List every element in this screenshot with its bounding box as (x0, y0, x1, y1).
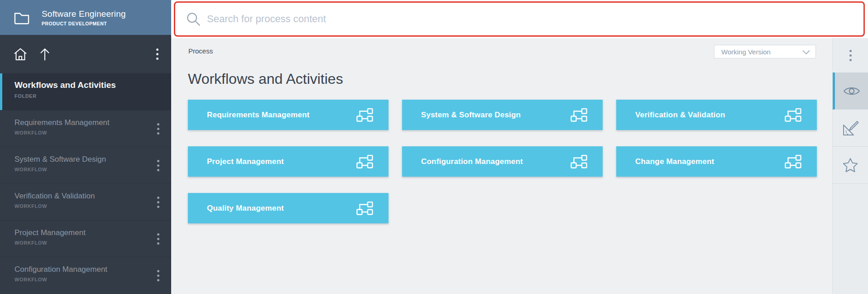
sidebar: Software Engineering PRODUCT DEVELOPMENT (0, 0, 171, 294)
sidebar-item-title: System & Software Design (14, 155, 171, 164)
tiles-grid: Requirements Management System & Softwar… (188, 100, 817, 223)
sidebar-item-configuration-management[interactable]: Configuration Management WORKFLOW (0, 257, 171, 294)
workflow-icon (571, 154, 587, 169)
sidebar-item-title: Configuration Management (14, 265, 171, 274)
workflow-icon (785, 154, 801, 169)
search-bar (171, 0, 868, 38)
toolbar-favorite-button[interactable] (833, 147, 868, 184)
tile-label: Configuration Management (421, 157, 523, 166)
version-selector-value: Working Version (721, 48, 771, 56)
item-kebab-icon[interactable] (157, 159, 159, 172)
page-title: Workflows and Activities (188, 71, 343, 87)
search-icon (186, 12, 201, 26)
sidebar-menu-kebab-icon[interactable] (156, 48, 158, 61)
navigate-up-icon[interactable] (39, 48, 53, 61)
process-space-subtitle: PRODUCT DEVELOPMENT (42, 21, 126, 26)
tile-system-software-design[interactable]: System & Software Design (402, 100, 603, 130)
process-space-title: Software Engineering (42, 9, 126, 19)
right-toolbar (832, 38, 868, 294)
item-kebab-icon[interactable] (157, 269, 159, 282)
item-kebab-icon[interactable] (157, 122, 159, 135)
tile-quality-management[interactable]: Quality Management (188, 193, 388, 223)
item-kebab-icon[interactable] (157, 195, 159, 209)
tile-configuration-management[interactable]: Configuration Management (402, 146, 603, 177)
tile-change-management[interactable]: Change Management (616, 146, 817, 177)
sidebar-item-project-management[interactable]: Project Management WORKFLOW (0, 220, 171, 257)
tile-project-management[interactable]: Project Management (188, 146, 388, 177)
tile-label: Quality Management (207, 204, 284, 213)
toolbar-modeling-button[interactable] (833, 110, 868, 147)
sidebar-item-requirements-management[interactable]: Requirements Management WORKFLOW (0, 110, 171, 147)
workflow-icon (785, 108, 801, 122)
tile-verification-validation[interactable]: Verification & Validation (616, 100, 817, 130)
breadcrumb: Process (188, 47, 213, 55)
tile-requirements-management[interactable]: Requirements Management (188, 100, 388, 130)
sidebar-item-title: Verification & Validation (14, 192, 171, 201)
star-icon (842, 158, 858, 173)
tile-label: Change Management (635, 157, 714, 166)
sidebar-item-title: Project Management (14, 228, 171, 237)
toolbar-more-button[interactable] (833, 38, 868, 72)
search-input[interactable] (207, 5, 868, 33)
sidebar-item-title: Workflows and Activities (14, 80, 171, 90)
sidebar-item-type: WORKFLOW (14, 240, 171, 246)
sidebar-item-verification-validation[interactable]: Verification & Validation WORKFLOW (0, 183, 171, 220)
workflow-icon (356, 201, 373, 215)
kebab-menu-icon (849, 48, 852, 62)
tile-label: Requirements Management (207, 111, 310, 120)
toolbar-view-button[interactable] (833, 72, 868, 110)
tile-label: Verification & Validation (635, 111, 725, 120)
tile-label: System & Software Design (421, 111, 521, 120)
version-selector-dropdown[interactable]: Working Version (714, 45, 816, 58)
sidebar-item-type: WORKFLOW (14, 277, 171, 282)
home-icon[interactable] (14, 48, 27, 61)
sidebar-header: Software Engineering PRODUCT DEVELOPMENT (0, 0, 171, 35)
tile-label: Project Management (207, 157, 284, 166)
main-content: Process Working Version Workflows and Ac… (171, 38, 832, 294)
app-window: Software Engineering PRODUCT DEVELOPMENT (0, 0, 868, 294)
sidebar-item-workflows-and-activities[interactable]: Workflows and Activities FOLDER (0, 73, 171, 110)
sidebar-item-type: FOLDER (14, 93, 171, 99)
sidebar-item-type: WORKFLOW (14, 203, 171, 209)
folder-icon (14, 11, 29, 24)
workflow-icon (356, 154, 373, 169)
sidebar-header-text: Software Engineering PRODUCT DEVELOPMENT (42, 9, 126, 26)
sidebar-item-type: WORKFLOW (14, 130, 171, 135)
eye-icon (843, 86, 860, 96)
workflow-icon (356, 108, 373, 122)
chevron-down-icon (802, 50, 810, 55)
set-square-pencil-icon (842, 120, 858, 136)
item-kebab-icon[interactable] (157, 232, 159, 246)
workflow-icon (571, 108, 587, 122)
sidebar-item-system-software-design[interactable]: System & Software Design WORKFLOW (0, 147, 171, 183)
sidebar-item-title: Requirements Management (14, 118, 171, 127)
sidebar-item-type: WORKFLOW (14, 167, 171, 172)
sidebar-nav (0, 35, 171, 73)
